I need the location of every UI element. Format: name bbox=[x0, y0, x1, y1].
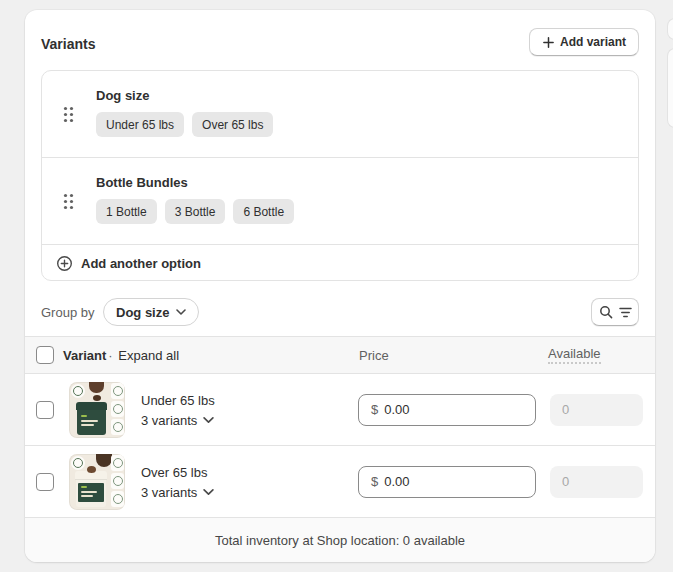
search-icon bbox=[599, 305, 613, 319]
badge-stamp bbox=[71, 384, 85, 398]
option-value-chip: 1 Bottle bbox=[96, 199, 157, 224]
search-filter-button[interactable] bbox=[591, 298, 639, 326]
currency-prefix: $ bbox=[371, 474, 378, 489]
row-checkbox[interactable] bbox=[36, 473, 54, 491]
variant-row-text: Over 65 lbs 3 variants bbox=[141, 464, 214, 499]
variant-name: Over 65 lbs bbox=[141, 464, 214, 479]
price-column-header: Price bbox=[359, 348, 389, 363]
badge-stamp bbox=[71, 456, 85, 470]
product-thumbnail bbox=[69, 382, 125, 438]
available-column-header[interactable]: Available bbox=[548, 346, 601, 364]
option-values: Under 65 lbs Over 65 lbs bbox=[96, 112, 273, 137]
add-variant-button[interactable]: Add variant bbox=[529, 28, 639, 56]
price-input[interactable] bbox=[384, 402, 523, 417]
variant-name: Under 65 lbs bbox=[141, 392, 215, 407]
treat-image bbox=[87, 466, 96, 473]
dog-snout-image bbox=[96, 454, 112, 467]
variants-count: 3 variants bbox=[141, 484, 197, 499]
variant-column-header: Variant· Expand all bbox=[63, 348, 179, 363]
groupby-select[interactable]: Dog size bbox=[103, 298, 199, 326]
available-input bbox=[550, 394, 643, 426]
inventory-footer: Total inventory at Shop location: 0 avai… bbox=[25, 518, 655, 562]
variants-count: 3 variants bbox=[141, 412, 197, 427]
variants-disclosure[interactable]: 3 variants bbox=[141, 484, 214, 499]
badge-strip bbox=[111, 455, 124, 507]
option-value-chip: Over 65 lbs bbox=[192, 112, 273, 137]
total-inventory-text: Total inventory at Shop location: 0 avai… bbox=[215, 533, 465, 548]
treat-image bbox=[93, 395, 101, 401]
price-input[interactable] bbox=[384, 474, 523, 489]
drag-handle-icon[interactable] bbox=[62, 105, 74, 123]
option-row-bottle-bundles[interactable]: Bottle Bundles 1 Bottle 3 Bottle 6 Bottl… bbox=[42, 157, 638, 244]
available-input bbox=[550, 466, 643, 498]
chevron-down-icon bbox=[176, 309, 186, 315]
groupby-toolbar: Group by Dog size bbox=[41, 298, 639, 326]
option-value-chip: 3 Bottle bbox=[165, 199, 226, 224]
options-box: Dog size Under 65 lbs Over 65 lbs Bottle… bbox=[41, 70, 639, 281]
jar-image bbox=[76, 471, 106, 507]
chevron-down-icon bbox=[203, 416, 214, 423]
option-value-chip: 6 Bottle bbox=[233, 199, 294, 224]
expand-all-button[interactable]: Expand all bbox=[118, 348, 179, 363]
card-header: Variants Add variant bbox=[25, 10, 655, 68]
dog-snout-image bbox=[89, 382, 104, 393]
row-checkbox[interactable] bbox=[36, 401, 54, 419]
table-header-row: Variant· Expand all Price Available bbox=[25, 336, 655, 374]
product-thumbnail bbox=[69, 454, 125, 510]
variants-card: Variants Add variant Dog size U bbox=[25, 10, 655, 562]
badge-strip bbox=[111, 383, 124, 435]
option-row-dog-size[interactable]: Dog size Under 65 lbs Over 65 lbs bbox=[42, 71, 638, 157]
variant-row: Under 65 lbs 3 variants $ bbox=[25, 374, 655, 446]
variants-table: Variant· Expand all Price Available Unde… bbox=[25, 336, 655, 562]
option-value-chip: Under 65 lbs bbox=[96, 112, 184, 137]
card-title: Variants bbox=[41, 36, 95, 52]
price-field: $ bbox=[358, 394, 536, 426]
add-another-option-button[interactable]: Add another option bbox=[42, 244, 638, 281]
option-values: 1 Bottle 3 Bottle 6 Bottle bbox=[96, 199, 294, 224]
option-name: Dog size bbox=[96, 88, 149, 103]
variants-disclosure[interactable]: 3 variants bbox=[141, 412, 214, 427]
add-variant-label: Add variant bbox=[560, 35, 626, 49]
groupby-selected-value: Dog size bbox=[116, 305, 169, 320]
add-another-option-label: Add another option bbox=[81, 256, 201, 271]
filter-icon bbox=[619, 307, 632, 318]
adjacent-card-edge bbox=[667, 18, 673, 40]
adjacent-card-edge bbox=[667, 48, 673, 128]
plus-icon bbox=[542, 36, 555, 49]
drag-handle-icon[interactable] bbox=[62, 192, 74, 210]
chevron-down-icon bbox=[203, 488, 214, 495]
groupby-label: Group by bbox=[41, 305, 94, 320]
jar-image bbox=[77, 402, 106, 435]
variant-row: Over 65 lbs 3 variants $ bbox=[25, 446, 655, 518]
price-field: $ bbox=[358, 466, 536, 498]
option-name: Bottle Bundles bbox=[96, 175, 188, 190]
currency-prefix: $ bbox=[371, 402, 378, 417]
circle-plus-icon bbox=[56, 255, 73, 272]
variant-row-text: Under 65 lbs 3 variants bbox=[141, 392, 215, 427]
select-all-checkbox[interactable] bbox=[36, 346, 54, 364]
